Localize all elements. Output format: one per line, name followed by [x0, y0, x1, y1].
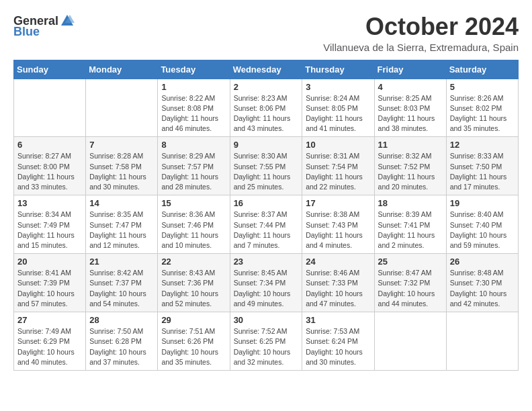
calendar-cell: 24Sunrise: 8:46 AM Sunset: 7:33 PM Dayli…: [302, 254, 374, 312]
day-info: Sunrise: 8:26 AM Sunset: 8:02 PM Dayligh…: [450, 93, 515, 134]
day-number: 11: [378, 140, 443, 150]
calendar-cell: 14Sunrise: 8:35 AM Sunset: 7:47 PM Dayli…: [86, 195, 158, 254]
weekday-header-monday: Monday: [86, 60, 158, 79]
day-number: 8: [161, 140, 226, 150]
day-number: 16: [234, 198, 299, 208]
day-info: Sunrise: 8:30 AM Sunset: 7:55 PM Dayligh…: [234, 151, 299, 192]
calendar-week-row: 13Sunrise: 8:34 AM Sunset: 7:49 PM Dayli…: [14, 195, 519, 254]
calendar-cell: 9Sunrise: 8:30 AM Sunset: 7:55 PM Daylig…: [230, 137, 302, 195]
day-info: Sunrise: 8:29 AM Sunset: 7:57 PM Dayligh…: [161, 151, 226, 192]
day-number: 13: [17, 198, 82, 208]
day-info: Sunrise: 8:47 AM Sunset: 7:32 PM Dayligh…: [378, 268, 443, 309]
day-number: 20: [17, 257, 82, 267]
day-info: Sunrise: 8:31 AM Sunset: 7:54 PM Dayligh…: [306, 151, 370, 192]
day-info: Sunrise: 8:38 AM Sunset: 7:43 PM Dayligh…: [306, 210, 370, 250]
calendar-cell: 19Sunrise: 8:40 AM Sunset: 7:40 PM Dayli…: [446, 195, 518, 254]
day-number: 17: [306, 198, 370, 208]
weekday-header-wednesday: Wednesday: [230, 60, 302, 79]
day-info: Sunrise: 8:24 AM Sunset: 8:05 PM Dayligh…: [306, 93, 370, 134]
day-info: Sunrise: 7:49 AM Sunset: 6:29 PM Dayligh…: [17, 326, 82, 367]
calendar-cell: 31Sunrise: 7:53 AM Sunset: 6:24 PM Dayli…: [302, 312, 374, 371]
day-info: Sunrise: 8:48 AM Sunset: 7:30 PM Dayligh…: [450, 268, 515, 309]
day-info: Sunrise: 8:41 AM Sunset: 7:39 PM Dayligh…: [17, 268, 82, 309]
day-number: 9: [234, 140, 299, 150]
calendar-cell: [14, 79, 86, 137]
calendar-week-row: 6Sunrise: 8:27 AM Sunset: 8:00 PM Daylig…: [14, 137, 519, 195]
calendar-cell: 18Sunrise: 8:39 AM Sunset: 7:41 PM Dayli…: [374, 195, 446, 254]
calendar-cell: 11Sunrise: 8:32 AM Sunset: 7:52 PM Dayli…: [374, 137, 446, 195]
day-info: Sunrise: 8:42 AM Sunset: 7:37 PM Dayligh…: [89, 268, 154, 309]
calendar-cell: 13Sunrise: 8:34 AM Sunset: 7:49 PM Dayli…: [14, 195, 86, 254]
calendar-table: SundayMondayTuesdayWednesdayThursdayFrid…: [13, 60, 519, 371]
calendar-cell: 15Sunrise: 8:36 AM Sunset: 7:46 PM Dayli…: [158, 195, 230, 254]
calendar-cell: 26Sunrise: 8:48 AM Sunset: 7:30 PM Dayli…: [446, 254, 518, 312]
day-info: Sunrise: 8:37 AM Sunset: 7:44 PM Dayligh…: [234, 210, 299, 250]
day-info: Sunrise: 8:39 AM Sunset: 7:41 PM Dayligh…: [378, 210, 443, 250]
calendar-cell: 27Sunrise: 7:49 AM Sunset: 6:29 PM Dayli…: [14, 312, 86, 371]
weekday-header-row: SundayMondayTuesdayWednesdayThursdayFrid…: [14, 60, 519, 79]
day-info: Sunrise: 8:22 AM Sunset: 8:08 PM Dayligh…: [161, 93, 226, 134]
weekday-header-friday: Friday: [374, 60, 446, 79]
day-number: 22: [161, 257, 226, 267]
day-number: 28: [89, 315, 154, 325]
day-info: Sunrise: 8:32 AM Sunset: 7:52 PM Dayligh…: [378, 151, 443, 192]
day-info: Sunrise: 8:40 AM Sunset: 7:40 PM Dayligh…: [450, 210, 515, 250]
calendar-week-row: 27Sunrise: 7:49 AM Sunset: 6:29 PM Dayli…: [14, 312, 519, 371]
calendar-cell: 2Sunrise: 8:23 AM Sunset: 8:06 PM Daylig…: [230, 79, 302, 137]
day-info: Sunrise: 8:25 AM Sunset: 8:03 PM Dayligh…: [378, 93, 443, 134]
day-number: 29: [161, 315, 226, 325]
calendar-cell: 6Sunrise: 8:27 AM Sunset: 8:00 PM Daylig…: [14, 137, 86, 195]
day-number: 23: [234, 257, 299, 267]
day-info: Sunrise: 8:34 AM Sunset: 7:49 PM Dayligh…: [17, 210, 82, 250]
calendar-cell: 22Sunrise: 8:43 AM Sunset: 7:36 PM Dayli…: [158, 254, 230, 312]
day-info: Sunrise: 8:28 AM Sunset: 7:58 PM Dayligh…: [89, 151, 154, 192]
day-number: 21: [89, 257, 154, 267]
day-number: 5: [450, 82, 515, 92]
calendar-week-row: 1Sunrise: 8:22 AM Sunset: 8:08 PM Daylig…: [14, 79, 519, 137]
day-number: 27: [17, 315, 82, 325]
day-number: 19: [450, 198, 515, 208]
calendar-week-row: 20Sunrise: 8:41 AM Sunset: 7:39 PM Dayli…: [14, 254, 519, 312]
calendar-cell: 30Sunrise: 7:52 AM Sunset: 6:25 PM Dayli…: [230, 312, 302, 371]
calendar-cell: 20Sunrise: 8:41 AM Sunset: 7:39 PM Dayli…: [14, 254, 86, 312]
logo-blue: Blue: [13, 26, 40, 38]
calendar-cell: 28Sunrise: 7:50 AM Sunset: 6:28 PM Dayli…: [86, 312, 158, 371]
day-info: Sunrise: 8:33 AM Sunset: 7:50 PM Dayligh…: [450, 151, 515, 192]
day-number: 24: [306, 257, 370, 267]
weekday-header-thursday: Thursday: [302, 60, 374, 79]
day-number: 26: [450, 257, 515, 267]
day-number: 30: [234, 315, 299, 325]
calendar-cell: 23Sunrise: 8:45 AM Sunset: 7:34 PM Dayli…: [230, 254, 302, 312]
page-header: General Blue October 2024 Villanueva de …: [13, 13, 519, 53]
day-info: Sunrise: 7:50 AM Sunset: 6:28 PM Dayligh…: [89, 326, 154, 367]
calendar-cell: 3Sunrise: 8:24 AM Sunset: 8:05 PM Daylig…: [302, 79, 374, 137]
day-info: Sunrise: 7:53 AM Sunset: 6:24 PM Dayligh…: [306, 326, 370, 367]
day-number: 18: [378, 198, 443, 208]
day-number: 10: [306, 140, 370, 150]
logo: General Blue: [13, 13, 75, 38]
calendar-cell: 8Sunrise: 8:29 AM Sunset: 7:57 PM Daylig…: [158, 137, 230, 195]
calendar-cell: 10Sunrise: 8:31 AM Sunset: 7:54 PM Dayli…: [302, 137, 374, 195]
weekday-header-saturday: Saturday: [446, 60, 518, 79]
calendar-cell: 29Sunrise: 7:51 AM Sunset: 6:26 PM Dayli…: [158, 312, 230, 371]
calendar-cell: 17Sunrise: 8:38 AM Sunset: 7:43 PM Dayli…: [302, 195, 374, 254]
calendar-cell: 16Sunrise: 8:37 AM Sunset: 7:44 PM Dayli…: [230, 195, 302, 254]
day-info: Sunrise: 8:35 AM Sunset: 7:47 PM Dayligh…: [89, 210, 154, 250]
weekday-header-sunday: Sunday: [14, 60, 86, 79]
day-info: Sunrise: 8:43 AM Sunset: 7:36 PM Dayligh…: [161, 268, 226, 309]
day-number: 7: [89, 140, 154, 150]
day-info: Sunrise: 8:46 AM Sunset: 7:33 PM Dayligh…: [306, 268, 370, 309]
calendar-cell: [374, 312, 446, 371]
day-number: 3: [306, 82, 370, 92]
day-number: 6: [17, 140, 82, 150]
day-info: Sunrise: 8:23 AM Sunset: 8:06 PM Dayligh…: [234, 93, 299, 134]
calendar-cell: 5Sunrise: 8:26 AM Sunset: 8:02 PM Daylig…: [446, 79, 518, 137]
calendar-cell: [86, 79, 158, 137]
day-number: 15: [161, 198, 226, 208]
calendar-cell: 1Sunrise: 8:22 AM Sunset: 8:08 PM Daylig…: [158, 79, 230, 137]
day-info: Sunrise: 8:27 AM Sunset: 8:00 PM Dayligh…: [17, 151, 82, 192]
day-number: 14: [89, 198, 154, 208]
day-number: 4: [378, 82, 443, 92]
day-number: 25: [378, 257, 443, 267]
calendar-cell: 7Sunrise: 8:28 AM Sunset: 7:58 PM Daylig…: [86, 137, 158, 195]
